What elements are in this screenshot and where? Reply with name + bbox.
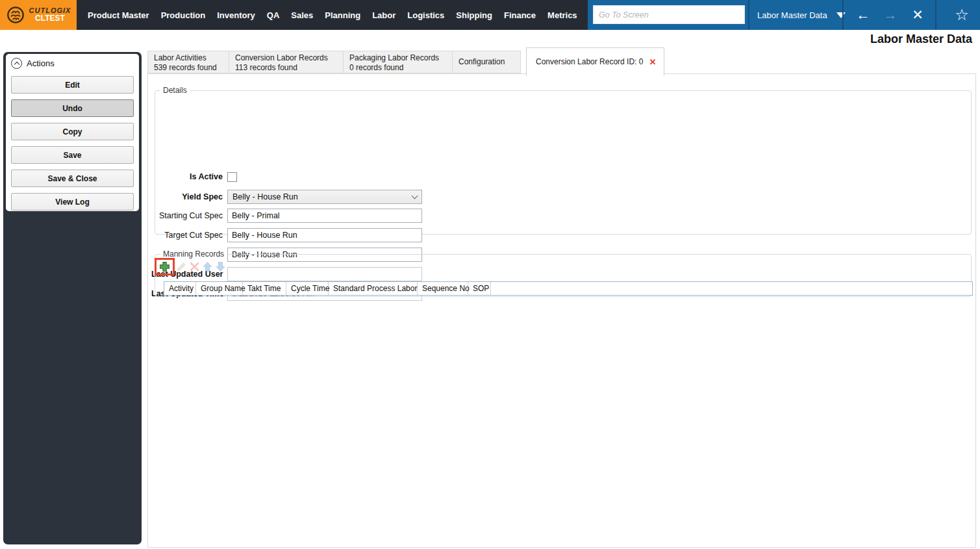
favorite-star-icon[interactable]: ☆ [948, 6, 975, 24]
nav-divider [748, 0, 749, 30]
column-header-activity[interactable]: Activity [164, 282, 196, 295]
menu-qa[interactable]: QA [261, 10, 286, 20]
chevron-down-icon [412, 192, 418, 199]
column-header-sop[interactable]: SOP [468, 282, 491, 295]
manning-records-table[interactable]: Activity Group Name Takt Time Cycle Time… [164, 281, 973, 296]
is-active-checkbox[interactable] [227, 172, 237, 182]
edit-button[interactable]: Edit [11, 76, 134, 94]
manning-toolbar [155, 258, 226, 275]
manning-records-groupbox: Manning Records Activity Group Name [155, 254, 972, 297]
menu-production[interactable]: Production [155, 10, 212, 20]
actions-sidebar: Actions Edit Undo Copy Save Save & Close… [3, 52, 142, 544]
brand-environment: CLTEST [35, 14, 65, 23]
tab-record-count: 539 records found [154, 63, 223, 73]
tab-conversion-labor-record-detail[interactable]: Conversion Labor Record ID: 0 ✕ [526, 47, 664, 76]
tab-record-count: 0 records found [349, 63, 446, 73]
manning-records-legend: Manning Records [160, 249, 227, 259]
starting-cut-spec-input[interactable] [227, 209, 422, 223]
tab-conversion-labor-records[interactable]: Conversion Labor Records 113 records fou… [229, 51, 344, 73]
column-header-group-name[interactable]: Group Name [196, 282, 243, 295]
menu-finance[interactable]: Finance [498, 10, 542, 20]
column-header-standard-process-labor[interactable]: Standard Process Labor [329, 282, 418, 295]
close-screen-icon[interactable]: ✕ [904, 7, 931, 23]
view-log-button[interactable]: View Log [11, 193, 134, 211]
nav-divider [935, 0, 936, 30]
add-row-icon[interactable] [159, 261, 170, 272]
click-target-highlight [155, 258, 175, 275]
menu-shipping[interactable]: Shipping [450, 10, 498, 20]
nav-divider [842, 0, 844, 30]
back-arrow-icon[interactable]: ← [849, 7, 877, 23]
record-detail-panel: Details Is Active Yield Spec Belly - Hou… [147, 73, 976, 548]
edit-row-icon[interactable] [176, 261, 187, 272]
menu-logistics[interactable]: Logistics [401, 10, 450, 20]
save-and-close-button[interactable]: Save & Close [11, 170, 134, 187]
collapse-panel-icon[interactable] [11, 58, 22, 69]
tab-labor-activities[interactable]: Labor Activities 539 records found [147, 51, 229, 73]
yield-spec-label: Yield Spec [151, 192, 223, 201]
move-down-icon[interactable] [215, 261, 226, 272]
page-title: Labor Master Data [870, 32, 972, 46]
column-header-filler [491, 282, 972, 295]
column-header-takt-time[interactable]: Takt Time [243, 282, 286, 295]
copy-button[interactable]: Copy [11, 123, 134, 140]
details-legend: Details [160, 86, 190, 95]
tab-configuration[interactable]: Configuration [452, 51, 521, 73]
save-button[interactable]: Save [11, 146, 134, 164]
tab-packaging-labor-records[interactable]: Packaging Labor Records 0 records found [343, 51, 453, 73]
brand-logo[interactable]: CUTLOGIX CLTEST [0, 0, 77, 30]
menu-sales[interactable]: Sales [285, 10, 319, 20]
actions-panel: Actions Edit Undo Copy Save Save & Close… [6, 54, 139, 211]
starting-cut-spec-label: Starting Cut Spec [151, 211, 223, 220]
go-to-screen-input[interactable] [593, 5, 745, 24]
menu-inventory[interactable]: Inventory [211, 10, 261, 20]
screen-selector-label: Labor Master Data [757, 10, 827, 20]
tab-record-count: 113 records found [235, 63, 337, 73]
yield-spec-dropdown[interactable]: Belly - House Run [227, 190, 422, 204]
move-up-icon[interactable] [202, 261, 213, 272]
column-header-cycle-time[interactable]: Cycle Time [286, 282, 329, 295]
menu-labor[interactable]: Labor [366, 10, 401, 20]
column-header-sequence-no[interactable]: Sequence No [418, 282, 468, 295]
forward-arrow-icon[interactable]: → [877, 7, 904, 23]
chevron-down-icon [836, 12, 846, 18]
cutlogix-brain-icon [6, 5, 25, 25]
menu-product-master[interactable]: Product Master [82, 10, 155, 20]
menu-planning[interactable]: Planning [319, 10, 366, 20]
main-menu: Product Master Production Inventory QA S… [77, 0, 625, 30]
close-tab-icon[interactable]: ✕ [649, 57, 656, 67]
undo-button[interactable]: Undo [11, 99, 134, 117]
screen-selector-dropdown[interactable]: Labor Master Data [757, 0, 846, 30]
is-active-label: Is Active [151, 172, 223, 181]
target-cut-spec-label: Target Cut Spec [151, 231, 223, 240]
menu-metrics[interactable]: Metrics [542, 10, 583, 20]
actions-panel-title: Actions [27, 58, 55, 68]
delete-row-icon[interactable] [189, 261, 200, 272]
target-cut-spec-input[interactable] [227, 228, 422, 242]
